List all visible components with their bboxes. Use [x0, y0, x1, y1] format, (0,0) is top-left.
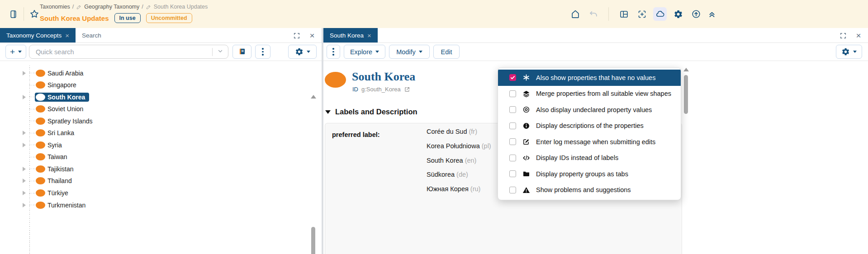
menu-item-eye[interactable]: Also display undeclared property values	[498, 102, 681, 118]
concept-bullet	[36, 202, 45, 209]
divider	[608, 7, 609, 21]
tree-connector	[29, 97, 35, 97]
gear-icon	[295, 47, 304, 56]
tree-item-turkmenistan[interactable]: Turkmenistan	[0, 199, 322, 211]
tree-expander-icon[interactable]	[23, 143, 26, 147]
tree-expander-icon[interactable]	[23, 191, 26, 195]
tree-expander-icon[interactable]	[23, 71, 26, 75]
tab-label: Taxonomy Concepts	[6, 32, 62, 39]
tree-expander-icon[interactable]	[23, 167, 26, 171]
explore-button[interactable]: Explore	[344, 45, 385, 59]
layout-panels-button[interactable]	[617, 7, 631, 21]
close-tab-icon[interactable]: ×	[65, 32, 69, 39]
checkbox-unchecked[interactable]	[509, 155, 516, 161]
breadcrumb-taxonomies[interactable]: Taxonomies	[40, 4, 70, 10]
kebab-icon	[262, 48, 264, 56]
tree-item-singapore[interactable]: Singapore	[0, 79, 322, 91]
tab-taxonomy-concepts[interactable]: Taxonomy Concepts ×	[0, 28, 76, 42]
quick-search-combobox	[29, 45, 228, 59]
tree-item-soviet-union[interactable]: Soviet Union	[0, 103, 322, 115]
quick-search-input[interactable]	[29, 48, 212, 56]
checkbox-unchecked[interactable]	[509, 170, 516, 177]
dictionary-button[interactable]	[232, 45, 251, 59]
tree-item-saudi-arabia[interactable]: Saudi Arabia	[0, 67, 322, 79]
checkbox-unchecked[interactable]	[509, 138, 516, 145]
section-labels-and-description[interactable]: Labels and Description	[325, 108, 417, 116]
tree-item-thailand[interactable]: Thailand	[0, 175, 322, 187]
tree-item-tajikistan[interactable]: Tajikistan	[0, 163, 322, 175]
close-panel-button[interactable]: ×	[854, 31, 863, 41]
chevron-down-icon	[853, 51, 857, 53]
tree-scrollbar-thumb[interactable]	[311, 227, 315, 254]
menu-item-layers[interactable]: Merge properties from all suitable view …	[498, 86, 681, 102]
language-tag: (en)	[465, 157, 477, 164]
cloud-sync-button[interactable]	[653, 7, 667, 21]
tree-expander-icon[interactable]	[23, 95, 26, 99]
panel-scrollbar-thumb[interactable]	[684, 75, 688, 114]
gear-icon	[841, 47, 850, 56]
home-icon	[570, 9, 580, 19]
collapse-header-button[interactable]	[705, 7, 719, 21]
tree-item-syria[interactable]: Syria	[0, 139, 322, 151]
concept-more-options-button[interactable]	[327, 45, 340, 59]
tree-item-t-rkiye[interactable]: Türkiye	[0, 187, 322, 199]
menu-item-info[interactable]: Display descriptions of the properties	[498, 118, 681, 134]
search-dropdown-toggle[interactable]	[213, 48, 228, 56]
menu-item-edit[interactable]: Enter log message when submitting edits	[498, 134, 681, 150]
checkbox-unchecked[interactable]	[509, 187, 516, 193]
tree-item-south-korea[interactable]: South Korea	[0, 91, 322, 103]
favorite-star-button[interactable]	[28, 7, 41, 21]
modify-button[interactable]: Modify	[389, 45, 430, 59]
add-panel-button[interactable]	[635, 7, 649, 21]
add-concept-button[interactable]: +	[5, 45, 26, 59]
menu-item-label: Display descriptions of the properties	[536, 122, 644, 129]
menu-item-label: Enter log message when submitting edits	[536, 138, 655, 146]
tree-expander-icon[interactable]	[23, 179, 26, 183]
chevron-down-icon	[307, 51, 310, 53]
close-tab-icon[interactable]: ×	[367, 32, 371, 39]
undo-icon	[588, 9, 598, 19]
eye-icon	[522, 106, 530, 114]
menu-item-code[interactable]: Display IDs instead of labels	[498, 150, 681, 166]
home-button[interactable]	[569, 7, 582, 21]
tree-connector	[29, 157, 35, 157]
breadcrumb-taxonomy[interactable]: Geography Taxonomy	[84, 4, 139, 10]
more-options-button[interactable]	[255, 45, 270, 59]
tree-view-settings-button[interactable]	[288, 45, 317, 59]
checkbox-unchecked[interactable]	[509, 106, 516, 113]
tree-item-spratley-islands[interactable]: Spratley Islands	[0, 115, 322, 127]
view-settings-button[interactable]	[836, 45, 862, 59]
checkbox-unchecked[interactable]	[509, 90, 516, 97]
tree-expander-icon[interactable]	[23, 203, 26, 207]
tree-item-sri-lanka[interactable]: Sri Lanka	[0, 127, 322, 139]
tab-south-korea[interactable]: South Korea ×	[323, 28, 378, 42]
scroll-up-arrow[interactable]	[311, 95, 316, 99]
menu-item-folder[interactable]: Display property groups as tabs	[498, 166, 681, 182]
tab-search[interactable]: Search	[76, 28, 108, 42]
publish-button[interactable]	[689, 7, 703, 21]
menu-item-label: Display IDs instead of labels	[536, 154, 618, 161]
book-icon	[238, 47, 247, 56]
external-link-icon[interactable]	[404, 86, 410, 93]
tree-item-label: Singapore	[47, 81, 76, 89]
sidebar-toggle-button[interactable]	[6, 7, 20, 21]
expand-icon	[293, 32, 300, 39]
tree-expander-icon[interactable]	[23, 131, 26, 135]
focus-expand-icon	[637, 9, 647, 19]
asterisk-icon	[522, 74, 530, 82]
menu-item-label: Show problems and suggestions	[536, 186, 631, 193]
close-panel-button[interactable]: ×	[307, 31, 317, 41]
undo-button[interactable]	[587, 7, 600, 21]
scroll-up-arrow[interactable]	[683, 68, 689, 71]
menu-item-asterisk[interactable]: Also show properties that have no values	[498, 70, 681, 86]
checkbox-checked[interactable]	[509, 74, 516, 81]
concept-id-row: ID g:South_Korea	[352, 86, 410, 93]
checkbox-unchecked[interactable]	[509, 122, 516, 129]
maximize-panel-button[interactable]	[838, 31, 848, 41]
edit-button[interactable]: Edit	[433, 45, 460, 59]
tree-item-taiwan[interactable]: Taiwan	[0, 151, 322, 163]
id-value: g:South_Korea	[361, 86, 401, 93]
menu-item-warning[interactable]: Show problems and suggestions	[498, 182, 681, 198]
settings-button[interactable]	[671, 7, 685, 21]
maximize-panel-button[interactable]	[292, 31, 302, 41]
